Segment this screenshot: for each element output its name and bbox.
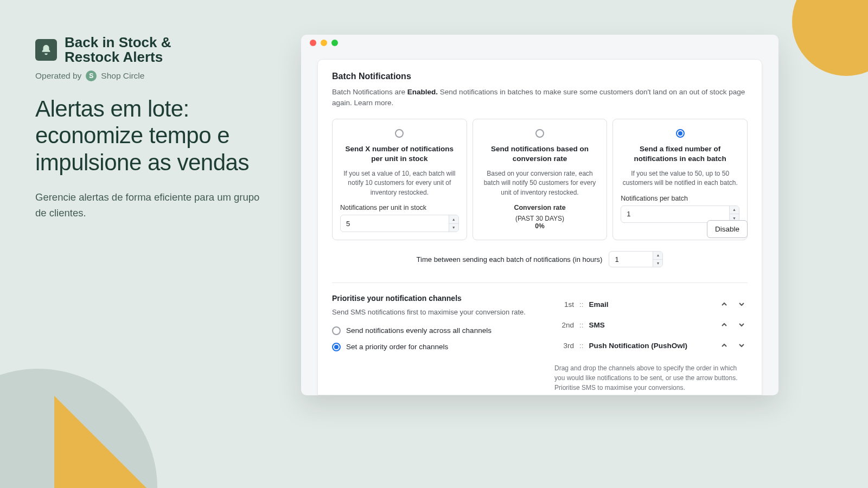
radio-icon[interactable] — [332, 326, 341, 335]
separator: :: — [579, 342, 584, 350]
channel-row-push[interactable]: 3rd :: Push Notification (PushOwl) — [554, 335, 748, 356]
shop-circle-icon: S — [86, 70, 97, 81]
time-between-label: Time between sending each batch of notif… — [417, 255, 603, 264]
move-down-icon[interactable] — [736, 319, 748, 331]
brand-title-line1: Back in Stock & — [65, 35, 171, 50]
window-zoom-icon[interactable] — [331, 40, 338, 46]
move-down-icon[interactable] — [736, 339, 748, 351]
brand-lockup: Back in Stock & Restock Alerts — [35, 35, 269, 65]
stat-label: Conversion rate — [514, 204, 565, 211]
option-conversion-rate[interactable]: Send notifications based on conversion r… — [473, 119, 608, 241]
separator: :: — [579, 321, 584, 329]
channel-name: SMS — [589, 321, 713, 329]
subtext: Gerencie alertas de forma eficiente para… — [35, 190, 269, 221]
decorative-triangle-yellow — [54, 396, 152, 488]
field-label: Notifications per batch — [621, 195, 688, 202]
input-value[interactable]: 5 — [341, 215, 449, 232]
option-priority-order[interactable]: Set a priority order for channels — [332, 343, 533, 351]
prioritise-help: Drag and drop the channels above to spec… — [554, 363, 748, 393]
stepper-down-icon[interactable]: ▼ — [653, 259, 662, 267]
option-title: Send notifications based on conversion r… — [481, 144, 599, 164]
channel-ordinal: 2nd — [554, 321, 574, 329]
channel-name: Push Notification (PushOwl) — [589, 342, 713, 350]
app-window: Batch Notifications Batch Notifications … — [301, 35, 778, 395]
decorative-circle-yellow — [792, 0, 868, 76]
window-close-icon[interactable] — [310, 40, 316, 46]
prioritise-section: Prioritise your notification channels Se… — [332, 294, 748, 393]
channel-row-email[interactable]: 1st :: Email — [554, 294, 748, 314]
move-up-icon[interactable] — [718, 339, 730, 351]
option-label: Send notifications evenly across all cha… — [346, 326, 492, 335]
option-per-unit[interactable]: Send X number of notifications per unit … — [332, 119, 467, 241]
stat-sub: (PAST 30 DAYS) — [515, 215, 564, 222]
move-up-icon[interactable] — [718, 319, 730, 331]
option-title: Send a fixed number of notifications in … — [621, 144, 739, 164]
stepper-up-icon[interactable]: ▲ — [730, 206, 739, 214]
notifications-per-unit-input[interactable]: 5 ▲ ▼ — [340, 215, 459, 232]
channel-ordinal: 1st — [554, 300, 574, 309]
radio-icon[interactable] — [395, 129, 404, 138]
input-value[interactable]: 1 — [609, 252, 653, 267]
time-between-row: Time between sending each batch of notif… — [332, 251, 748, 267]
panel-intro-status: Enabled. — [407, 88, 438, 96]
radio-icon[interactable] — [676, 129, 685, 138]
prioritise-heading: Prioritise your notification channels — [332, 294, 533, 303]
brand-title: Back in Stock & Restock Alerts — [65, 35, 171, 65]
stepper-up-icon[interactable]: ▲ — [449, 215, 458, 223]
operator-name: Shop Circle — [101, 71, 144, 81]
option-desc: If you set the value to 50, up to 50 cus… — [621, 169, 739, 188]
radio-icon[interactable] — [332, 343, 341, 351]
time-between-input[interactable]: 1 ▲ ▼ — [609, 251, 663, 267]
stepper-down-icon[interactable]: ▼ — [449, 223, 458, 232]
option-desc: Based on your conversion rate, each batc… — [481, 169, 599, 197]
separator: :: — [579, 300, 584, 309]
section-divider — [332, 282, 748, 283]
prioritise-desc: Send SMS notifications first to maximise… — [332, 307, 533, 318]
app-logo-icon — [35, 39, 57, 61]
option-desc: If you set a value of 10, each batch wil… — [340, 169, 459, 197]
move-up-icon[interactable] — [718, 298, 730, 310]
marketing-column: Back in Stock & Restock Alerts Operated … — [35, 35, 269, 221]
radio-icon[interactable] — [535, 129, 544, 138]
window-titlebar — [301, 35, 778, 51]
panel-intro-prefix: Batch Notifications are — [332, 88, 407, 96]
option-even-distribution[interactable]: Send notifications evenly across all cha… — [332, 326, 533, 335]
window-minimize-icon[interactable] — [321, 40, 327, 46]
batch-option-cards: Send X number of notifications per unit … — [332, 119, 748, 241]
channel-name: Email — [589, 300, 713, 309]
brand-title-line2: Restock Alerts — [65, 50, 171, 65]
operated-by-label: Operated by — [35, 71, 81, 81]
disable-button[interactable]: Disable — [707, 220, 748, 238]
move-down-icon[interactable] — [736, 298, 748, 310]
channel-row-sms[interactable]: 2nd :: SMS — [554, 314, 748, 335]
channel-ordinal: 3rd — [554, 342, 574, 350]
panel-intro: Batch Notifications are Enabled. Send no… — [332, 87, 748, 109]
option-title: Send X number of notifications per unit … — [340, 144, 459, 164]
stepper-up-icon[interactable]: ▲ — [653, 252, 662, 259]
settings-panel: Batch Notifications Batch Notifications … — [317, 59, 762, 395]
field-label: Notifications per unit in stock — [340, 204, 426, 211]
panel-title: Batch Notifications — [332, 72, 748, 81]
operated-by-row: Operated by S Shop Circle — [35, 70, 269, 81]
option-label: Set a priority order for channels — [346, 343, 448, 351]
headline: Alertas em lote: economize tempo e impul… — [35, 95, 269, 176]
stat-value: 0% — [535, 222, 544, 230]
